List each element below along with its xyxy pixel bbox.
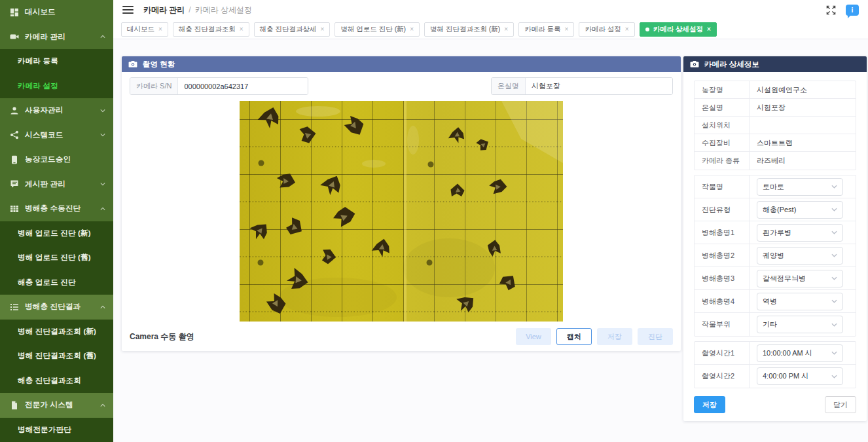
tab-close-icon[interactable]: × xyxy=(504,26,508,33)
chevron-down-icon xyxy=(831,351,837,355)
pest-name-4-select[interactable]: 역병 xyxy=(757,293,843,310)
tab-disease-upload-new[interactable]: 병해 업로드 진단 (新) × xyxy=(335,22,420,37)
sidebar-item-disease-result-old[interactable]: 병해 진단결과조회 (舊) xyxy=(0,344,113,369)
sidebar-item-dashboard[interactable]: 대시보드 xyxy=(0,0,113,25)
tab-close-icon[interactable]: × xyxy=(625,26,629,33)
video-camera-icon xyxy=(9,32,19,42)
chat-info-icon[interactable]: i xyxy=(846,5,859,16)
sidebar-item-disease-result-new[interactable]: 병해 진단결과조회 (新) xyxy=(0,320,113,344)
document-icon xyxy=(9,400,19,410)
nodes-icon xyxy=(9,130,19,140)
table-row: 수집장비스마트트랩 xyxy=(695,134,856,152)
tab-camera-register[interactable]: 카메라 등록 × xyxy=(518,22,574,37)
table-row: 설치위치 xyxy=(695,117,856,134)
app-window: 대시보드 카메라 관리 카메라 등록 카메라 설정 사용자관리 시스템코드 농장… xyxy=(0,0,868,442)
capture-status-panel: 촬영 현황 카메라 S/N 온실명 xyxy=(122,56,681,351)
sidebar: 대시보드 카메라 관리 카메라 등록 카메라 설정 사용자관리 시스템코드 농장… xyxy=(0,0,113,442)
sidebar-item-pest-result[interactable]: 해충 진단결과조회 xyxy=(0,369,113,394)
save-detail-button[interactable]: 저장 xyxy=(694,396,725,413)
camera-icon xyxy=(690,60,699,68)
table-row: 작물명토마토 xyxy=(695,175,856,198)
chevron-down-icon xyxy=(100,134,105,137)
chevron-down-icon xyxy=(831,230,837,234)
tab-pest-result-detail[interactable]: 해충 진단결과상세 × xyxy=(254,22,331,37)
hamburger-menu-icon[interactable] xyxy=(122,6,134,14)
crop-select[interactable]: 토마토 xyxy=(757,178,843,196)
sidebar-item-label: 대시보드 xyxy=(25,7,56,17)
sidebar-item-camera-settings[interactable]: 카메라 설정 xyxy=(0,74,113,99)
diagnose-button[interactable]: 진단 xyxy=(638,328,673,345)
sidebar-item-farm-code-approval[interactable]: 농장코드승인 xyxy=(0,147,113,172)
pest-name-1-select[interactable]: 흰가루병 xyxy=(757,224,843,242)
sidebar-item-system-code[interactable]: 시스템코드 xyxy=(0,123,113,148)
device-icon xyxy=(9,155,19,164)
table-row: 온실명시험포장 xyxy=(695,99,856,117)
close-button[interactable]: 닫기 xyxy=(825,396,856,413)
breadcrumb-page: 카메라 상세설정 xyxy=(195,5,252,16)
sidebar-item-camera-register[interactable]: 카메라 등록 xyxy=(0,49,113,74)
detail-panel-header: 카메라 상세정보 xyxy=(683,56,867,72)
capture-time-2-select[interactable]: 4:00:00 PM 시 xyxy=(757,367,843,385)
pest-name-3-select[interactable]: 갈색점무늬병 xyxy=(757,270,843,287)
chevron-down-icon xyxy=(100,109,105,112)
dashboard-icon xyxy=(9,7,19,17)
sidebar-item-board-management[interactable]: 게시판 관리 xyxy=(0,172,113,197)
greenhouse-input[interactable] xyxy=(526,78,672,94)
topbar: 카메라 관리 / 카메라 상세설정 i xyxy=(113,0,868,20)
chevron-down-icon xyxy=(831,208,837,212)
tab-bar: 대시보드 × 해충 진단결과조회 × 해충 진단결과상세 × 병해 업로드 진단… xyxy=(113,20,868,39)
sidebar-item-manual-diagnosis[interactable]: 병해충 수동진단 xyxy=(0,196,113,221)
sidebar-item-user-management[interactable]: 사용자관리 xyxy=(0,98,113,123)
detail-panel-title: 카메라 상세정보 xyxy=(704,60,759,69)
board-icon xyxy=(9,179,19,189)
chevron-down-icon xyxy=(831,253,837,257)
tab-camera-settings[interactable]: 카메라 설정 × xyxy=(579,22,634,37)
sidebar-item-expert-system[interactable]: 전문가 시스템 xyxy=(0,393,113,418)
fullscreen-icon[interactable] xyxy=(826,5,836,15)
capture-button[interactable]: 캡처 xyxy=(556,328,592,345)
sidebar-item-disease-upload-new[interactable]: 병해 업로드 진단 (新) xyxy=(0,221,113,246)
tab-pest-result-list[interactable]: 해충 진단결과조회 × xyxy=(173,22,249,37)
chevron-up-icon xyxy=(100,403,105,407)
capture-time-1-select[interactable]: 10:00:00 AM 시 xyxy=(757,344,843,362)
crop-part-select[interactable]: 기타 xyxy=(757,316,843,333)
chevron-up-icon xyxy=(100,305,105,308)
tab-close-icon[interactable]: × xyxy=(158,26,162,33)
tab-disease-result-new[interactable]: 병해 진단결과조회 (新) × xyxy=(424,22,514,37)
sidebar-item-disease-expert-judgement[interactable]: 병해전문가판단 xyxy=(0,418,113,442)
tab-close-icon[interactable]: × xyxy=(240,26,244,33)
sidebar-item-diagnosis-results[interactable]: 병해충 진단결과 xyxy=(0,295,113,320)
table-row: 농장명시설원예연구소 xyxy=(695,81,856,99)
breadcrumb-section[interactable]: 카메라 관리 xyxy=(143,5,185,16)
capture-time-table: 촬영시간110:00:00 AM 시 촬영시간24:00:00 PM 시 xyxy=(694,341,856,388)
table-row: 촬영시간110:00:00 AM 시 xyxy=(695,342,856,365)
camera-sn-group: 카메라 S/N xyxy=(130,77,308,95)
chevron-down-icon xyxy=(831,185,837,189)
chevron-down-icon xyxy=(831,299,837,303)
view-button[interactable]: View xyxy=(516,328,551,345)
tab-close-icon[interactable]: × xyxy=(707,26,711,33)
sidebar-item-pest-upload[interactable]: 해충 업로드 진단 xyxy=(0,270,113,295)
breadcrumb: 카메라 관리 / 카메라 상세설정 xyxy=(143,5,252,16)
list-icon xyxy=(9,302,19,312)
tab-camera-detail-settings[interactable]: 카메라 상세설정 × xyxy=(640,22,717,37)
table-row: 병해충명1흰가루병 xyxy=(695,221,856,244)
chevron-down-icon xyxy=(831,375,837,378)
chevron-up-icon xyxy=(100,207,105,210)
active-tab-dot xyxy=(645,28,649,31)
capture-panel-title: 촬영 현황 xyxy=(143,60,175,69)
pest-name-2-select[interactable]: 궤양병 xyxy=(757,247,843,265)
sidebar-item-disease-upload-old[interactable]: 병해 업로드 진단 (舊) xyxy=(0,246,113,270)
tab-close-icon[interactable]: × xyxy=(565,26,569,33)
camera-sn-input[interactable] xyxy=(178,78,308,94)
diagnosis-type-select[interactable]: 해충(Pest) xyxy=(757,201,843,219)
table-row: 병해충명4역병 xyxy=(695,290,856,313)
sidebar-item-camera-management[interactable]: 카메라 관리 xyxy=(0,25,113,50)
greenhouse-group: 온실명 xyxy=(491,77,673,95)
save-capture-button[interactable]: 저장 xyxy=(597,328,632,345)
tab-dashboard[interactable]: 대시보드 × xyxy=(121,22,168,37)
camera-detail-panel: 카메라 상세정보 농장명시설원예연구소 온실명시험포장 설치위치 수집장비스마트… xyxy=(683,56,867,421)
content-area: 촬영 현황 카메라 S/N 온실명 xyxy=(113,39,868,442)
tab-close-icon[interactable]: × xyxy=(321,26,325,33)
tab-close-icon[interactable]: × xyxy=(410,26,414,33)
